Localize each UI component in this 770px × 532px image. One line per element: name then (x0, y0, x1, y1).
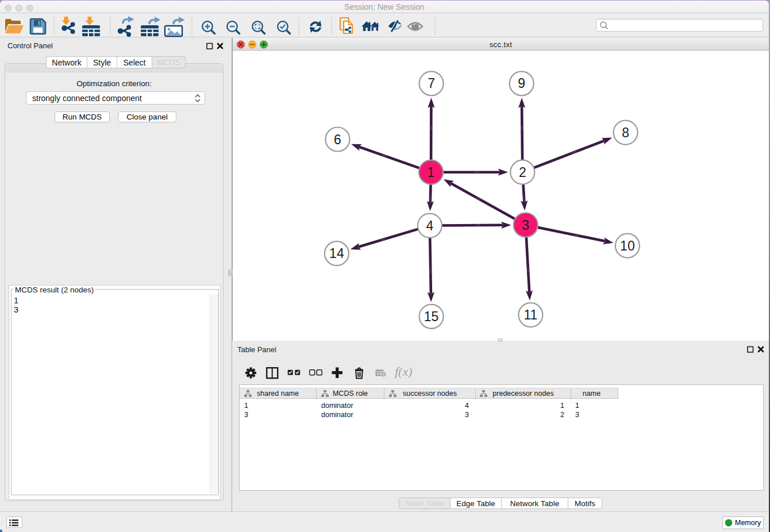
svg-text:1: 1 (428, 165, 435, 180)
svg-text:6: 6 (334, 132, 341, 147)
svg-text:11: 11 (523, 307, 537, 322)
svg-text:2: 2 (519, 165, 526, 180)
svg-text:15: 15 (424, 309, 439, 324)
svg-text:9: 9 (518, 76, 525, 91)
svg-text:10: 10 (620, 238, 635, 253)
svg-text:7: 7 (428, 76, 435, 91)
svg-text:14: 14 (329, 246, 344, 261)
svg-text:3: 3 (522, 218, 529, 233)
svg-text:8: 8 (622, 125, 629, 140)
svg-text:f(x): f(x) (395, 364, 413, 379)
svg-text:4: 4 (426, 218, 434, 233)
